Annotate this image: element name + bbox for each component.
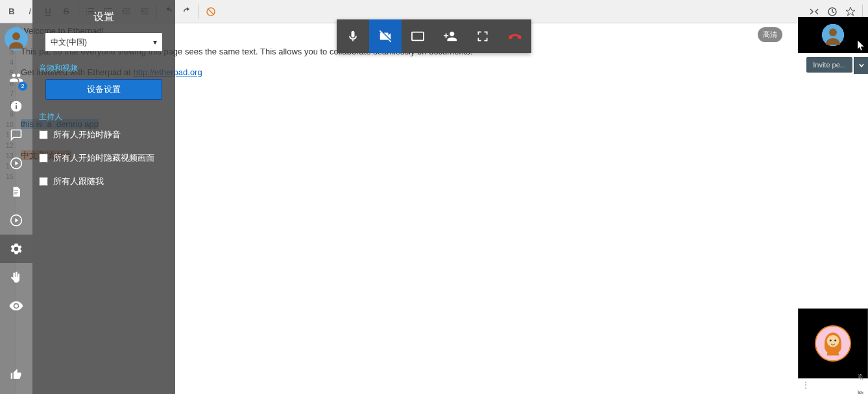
- start-hidden-checkbox[interactable]: [39, 154, 48, 163]
- invite-dropdown-toggle[interactable]: [854, 57, 868, 74]
- local-avatar[interactable]: [5, 27, 28, 51]
- cursor-icon: [858, 40, 867, 52]
- svg-rect-8: [16, 105, 17, 109]
- start-muted-label: 所有人开始时静音: [53, 129, 121, 141]
- settings-icon[interactable]: [0, 235, 32, 263]
- svg-rect-9: [16, 103, 17, 104]
- svg-point-17: [830, 340, 832, 342]
- remote-video-thumbnail-bottom[interactable]: [798, 308, 868, 378]
- add-participant-button[interactable]: [434, 19, 466, 53]
- call-toolbar: [337, 19, 531, 53]
- hangup-button[interactable]: [499, 19, 531, 53]
- start-hidden-label: 所有人开始时隐藏视频画面: [53, 152, 154, 164]
- settings-title: 设置: [39, 10, 169, 24]
- document-icon[interactable]: [0, 178, 32, 206]
- participants-icon[interactable]: 2: [0, 64, 32, 92]
- mic-muted-icon: [857, 373, 864, 380]
- language-select[interactable]: 中文(中国) ▾: [45, 33, 162, 51]
- visibility-icon[interactable]: [0, 292, 32, 320]
- svg-point-14: [829, 29, 837, 36]
- follow-me-checkbox-row[interactable]: 所有人跟随我: [39, 176, 169, 187]
- start-muted-checkbox[interactable]: [39, 130, 48, 139]
- info-icon[interactable]: [0, 92, 32, 121]
- redo-button[interactable]: [178, 3, 196, 21]
- svg-point-18: [834, 340, 836, 342]
- mic-button[interactable]: [337, 19, 369, 53]
- start-hidden-checkbox-row[interactable]: 所有人开始时隐藏视频画面: [39, 152, 169, 164]
- remote-avatar-female: [815, 325, 851, 362]
- bold-button[interactable]: B: [3, 3, 21, 21]
- svg-rect-12: [412, 32, 424, 41]
- host-section-label: 主持人: [39, 111, 169, 122]
- remote-avatar-small: [822, 24, 844, 46]
- invite-button[interactable]: Invite pe...: [806, 57, 852, 73]
- camera-off-small-icon: [857, 389, 864, 394]
- screen-share-button[interactable]: [402, 19, 434, 53]
- av-section-label: 音频和视频: [39, 63, 169, 74]
- device-settings-button[interactable]: 设备设置: [45, 79, 162, 100]
- language-selected-label: 中文(中国): [51, 37, 87, 48]
- play-record-icon[interactable]: [0, 149, 32, 178]
- chat-icon[interactable]: [0, 121, 32, 149]
- record-circle-icon[interactable]: [0, 206, 32, 235]
- more-icon[interactable]: ⋮: [802, 380, 810, 389]
- chevron-down-icon: ▾: [153, 38, 157, 47]
- camera-off-button[interactable]: [369, 19, 402, 53]
- raise-hand-icon[interactable]: [0, 263, 32, 292]
- settings-panel: 设置 中文(中国) ▾ 音频和视频 设备设置 主持人 所有人开始时静音 所有人开…: [32, 0, 175, 394]
- svg-point-6: [12, 32, 20, 40]
- start-muted-checkbox-row[interactable]: 所有人开始时静音: [39, 129, 169, 141]
- follow-me-label: 所有人跟随我: [53, 176, 104, 187]
- clear-formatting-button[interactable]: [202, 3, 220, 21]
- fullscreen-button[interactable]: [466, 19, 499, 53]
- hd-quality-badge: 高清: [758, 27, 782, 42]
- thumbnail-controls: ⋮: [798, 378, 868, 391]
- follow-me-checkbox[interactable]: [39, 177, 48, 186]
- thumbs-up-icon[interactable]: [0, 360, 32, 389]
- jitsi-sidebar: 2: [0, 23, 32, 394]
- participant-count-badge: 2: [18, 82, 27, 91]
